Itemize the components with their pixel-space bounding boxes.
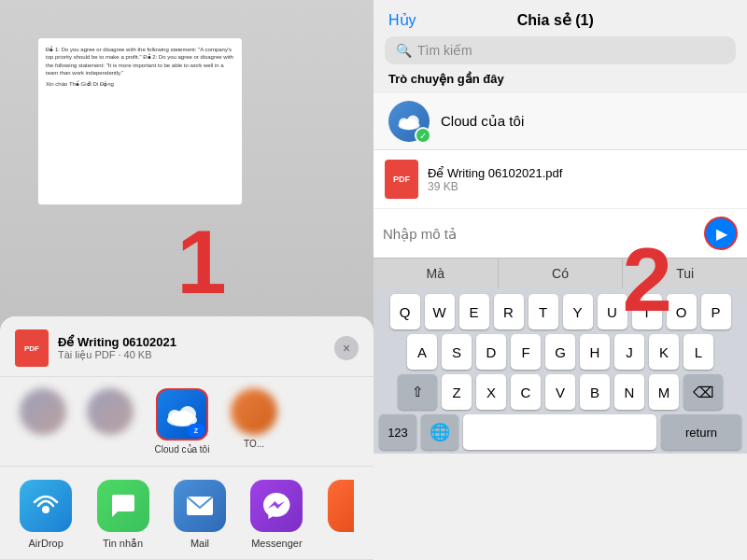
svg-point-3 bbox=[171, 411, 193, 426]
key-g[interactable]: G bbox=[545, 334, 575, 370]
search-placeholder: Tìm kiếm bbox=[417, 43, 472, 58]
messenger-label: Messenger bbox=[251, 538, 302, 549]
key-q[interactable]: Q bbox=[390, 294, 420, 329]
key-delete[interactable]: ⌫ bbox=[684, 374, 723, 410]
key-a[interactable]: A bbox=[407, 334, 437, 370]
key-f[interactable]: F bbox=[511, 334, 541, 370]
autocomplete-item-3[interactable]: Tui bbox=[623, 259, 747, 288]
keyboard-row-4: 123 🌐 return bbox=[376, 414, 744, 450]
svg-point-4 bbox=[42, 506, 49, 513]
mail-icon bbox=[174, 480, 226, 532]
key-123[interactable]: 123 bbox=[379, 414, 416, 450]
recent-label: Trò chuyện gần đây bbox=[374, 72, 747, 93]
key-c[interactable]: C bbox=[511, 374, 541, 410]
share-sheet: PDF Để Writing 06102021 Tài liệu PDF · 4… bbox=[0, 316, 374, 560]
contact-item: TO... bbox=[226, 388, 282, 455]
search-bar[interactable]: 🔍 Tìm kiếm bbox=[385, 36, 736, 64]
svg-point-9 bbox=[401, 119, 416, 129]
key-emoji[interactable]: 🌐 bbox=[421, 414, 458, 450]
key-n[interactable]: N bbox=[614, 374, 644, 410]
left-panel: Đề 1: Do you agree or disagree with the … bbox=[0, 0, 374, 560]
search-icon: 🔍 bbox=[396, 43, 412, 58]
app-icon-mail[interactable]: Mail bbox=[174, 480, 226, 550]
key-h[interactable]: H bbox=[580, 334, 610, 370]
cloud-app-item[interactable]: Z Cloud của tôi bbox=[149, 388, 215, 455]
key-shift[interactable]: ⇧ bbox=[398, 374, 437, 410]
key-o[interactable]: O bbox=[667, 294, 697, 329]
key-u[interactable]: U bbox=[598, 294, 627, 329]
key-k[interactable]: K bbox=[649, 334, 679, 370]
airdrop-svg bbox=[31, 491, 61, 521]
key-v[interactable]: V bbox=[545, 374, 575, 410]
key-space[interactable] bbox=[463, 414, 656, 450]
key-y[interactable]: Y bbox=[563, 294, 593, 329]
right-panel: Hủy Chia sẻ (1) 🔍 Tìm kiếm Trò chuyện gầ… bbox=[374, 0, 747, 560]
contact-list-item[interactable]: ✓ Cloud của tôi bbox=[374, 93, 747, 149]
messages-icon bbox=[97, 480, 149, 532]
share-dialog-title: Chia sẻ (1) bbox=[517, 11, 594, 29]
contact-label: TO... bbox=[244, 439, 264, 449]
attach-file-name: Để Writing 06102021.pdf bbox=[428, 166, 562, 180]
contact-avatar-list: ✓ bbox=[388, 101, 430, 142]
share-top-bar: Hủy Chia sẻ (1) bbox=[374, 0, 747, 36]
contact-item bbox=[15, 388, 71, 455]
keyboard-row-2: A S D F G H J K L bbox=[376, 334, 744, 370]
contact-item bbox=[82, 388, 138, 455]
contact-avatar bbox=[87, 388, 134, 435]
messenger-svg bbox=[261, 491, 291, 521]
share-file-info: PDF Để Writing 06102021 Tài liệu PDF · 4… bbox=[15, 329, 176, 367]
key-return[interactable]: return bbox=[661, 414, 741, 450]
attach-file-size: 39 KB bbox=[428, 180, 562, 193]
share-file-details: Để Writing 06102021 Tài liệu PDF · 40 KB bbox=[58, 335, 176, 361]
mail-label: Mail bbox=[190, 538, 209, 549]
contacts-row: Z Cloud của tôi TO... bbox=[0, 377, 374, 467]
airdrop-label: AirDrop bbox=[29, 538, 63, 549]
key-s[interactable]: S bbox=[442, 334, 472, 370]
messages-label: Tin nhắn bbox=[103, 538, 143, 550]
pdf-label: PDF bbox=[24, 344, 39, 353]
share-file-meta: Tài liệu PDF · 40 KB bbox=[58, 349, 176, 361]
close-button[interactable]: × bbox=[334, 336, 359, 360]
autocomplete-item-2[interactable]: Có bbox=[499, 259, 624, 288]
autocomplete-bar: Mà Có Tui bbox=[374, 258, 747, 288]
cancel-button[interactable]: Hủy bbox=[388, 11, 416, 29]
key-l[interactable]: L bbox=[684, 334, 713, 370]
message-input-row: 2 ▶ bbox=[374, 209, 747, 258]
contact-avatar bbox=[231, 388, 277, 435]
key-w[interactable]: W bbox=[425, 294, 455, 329]
pdf-attach-label: PDF bbox=[393, 175, 410, 184]
messages-svg bbox=[108, 491, 138, 521]
partial-icon bbox=[328, 480, 354, 532]
pdf-icon: PDF bbox=[15, 329, 49, 367]
send-button[interactable]: ▶ bbox=[704, 217, 738, 250]
key-d[interactable]: D bbox=[476, 334, 506, 370]
app-icon-airdrop[interactable]: AirDrop bbox=[20, 480, 72, 550]
pdf-icon-attach: PDF bbox=[385, 160, 418, 199]
share-file-title: Để Writing 06102021 bbox=[58, 335, 176, 349]
app-icon-messenger[interactable]: Messenger bbox=[250, 480, 303, 550]
autocomplete-item-1[interactable]: Mà bbox=[374, 259, 499, 288]
cloud-icon: Z bbox=[156, 388, 208, 441]
send-arrow-icon: ▶ bbox=[716, 225, 727, 243]
key-t[interactable]: T bbox=[529, 294, 558, 329]
key-b[interactable]: B bbox=[580, 374, 610, 410]
key-e[interactable]: E bbox=[459, 294, 489, 329]
attach-details: Để Writing 06102021.pdf 39 KB bbox=[428, 166, 562, 193]
key-r[interactable]: R bbox=[494, 294, 524, 329]
message-compose-area: PDF Để Writing 06102021.pdf 39 KB 2 ▶ bbox=[374, 149, 747, 258]
doc-footer: Xin chào Thế Giới Di Động bbox=[46, 80, 234, 88]
file-attachment: PDF Để Writing 06102021.pdf 39 KB bbox=[374, 150, 747, 209]
key-p[interactable]: P bbox=[701, 294, 731, 329]
key-z[interactable]: Z bbox=[442, 374, 472, 410]
airdrop-icon bbox=[20, 480, 72, 532]
key-m[interactable]: M bbox=[649, 374, 679, 410]
contact-check: ✓ bbox=[415, 127, 431, 144]
key-x[interactable]: X bbox=[476, 374, 506, 410]
app-icon-messages[interactable]: Tin nhắn bbox=[97, 480, 149, 550]
message-input[interactable] bbox=[383, 226, 697, 242]
key-i[interactable]: I bbox=[632, 294, 662, 329]
keyboard-row-1: Q W E R T Y U I O P bbox=[376, 294, 744, 329]
messenger-icon bbox=[250, 480, 303, 532]
cloud-app-label: Cloud của tôi bbox=[155, 444, 210, 455]
key-j[interactable]: J bbox=[614, 334, 644, 370]
